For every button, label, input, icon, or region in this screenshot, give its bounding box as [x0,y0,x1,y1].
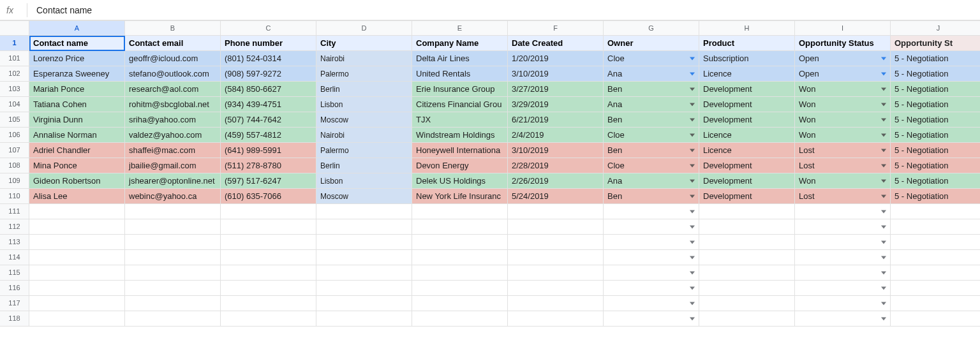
chevron-down-icon[interactable] [881,256,886,259]
cell-company[interactable]: New York Life Insuranc [412,189,508,204]
cell-city[interactable]: Berlin [316,158,412,173]
empty-cell[interactable] [125,250,221,265]
col-header-G[interactable]: G [604,20,699,36]
empty-cell[interactable] [316,296,412,311]
chevron-down-icon[interactable] [690,302,695,305]
row-header-104[interactable]: 104 [0,97,29,112]
header-contact_name[interactable]: Contact name [29,36,125,51]
cell-owner[interactable]: Cloe [604,128,699,143]
cell-owner[interactable]: Ana [604,66,699,82]
empty-cell[interactable] [412,235,508,250]
cell-date[interactable]: 1/20/2019 [508,51,604,66]
cell-name[interactable]: Tatiana Cohen [29,97,125,112]
row-header-102[interactable]: 102 [0,66,29,82]
cell-owner[interactable]: Ben [604,112,699,128]
chevron-down-icon[interactable] [881,149,886,152]
row-header-101[interactable]: 101 [0,51,29,66]
empty-cell[interactable] [316,204,412,219]
empty-cell[interactable] [221,296,316,311]
empty-cell[interactable] [125,311,221,327]
empty-cell[interactable] [125,219,221,235]
empty-cell[interactable] [412,265,508,281]
empty-cell[interactable] [316,311,412,327]
cell-company[interactable]: Citizens Financial Grou [412,97,508,112]
cell-city[interactable]: Palermo [316,66,412,82]
cell-owner[interactable]: Ana [604,173,699,189]
chevron-down-icon[interactable] [690,271,695,274]
empty-cell[interactable] [891,296,980,311]
cell-owner[interactable]: Ben [604,82,699,97]
empty-cell[interactable] [29,235,125,250]
empty-cell[interactable] [221,219,316,235]
row-header-107[interactable]: 107 [0,143,29,158]
cell-name[interactable]: Alisa Lee [29,189,125,204]
cell-name[interactable]: Esperanza Sweeney [29,66,125,82]
cell-status[interactable]: Open [795,51,891,66]
empty-cell[interactable] [316,250,412,265]
cell-status[interactable]: Lost [795,158,891,173]
empty-cell[interactable] [699,296,795,311]
empty-cell[interactable] [508,296,604,311]
cell-name[interactable]: Adriel Chandler [29,143,125,158]
cell-stage[interactable]: 5 - Negotiation [891,189,980,204]
chevron-down-icon[interactable] [881,240,886,244]
cell-city[interactable]: Lisbon [316,173,412,189]
row-header-113[interactable]: 113 [0,235,29,250]
cell-status[interactable]: Open [795,66,891,82]
cell-status[interactable]: Won [795,128,891,143]
chevron-down-icon[interactable] [881,133,886,136]
chevron-down-icon[interactable] [690,240,695,244]
chevron-down-icon[interactable] [881,72,886,75]
cell-email[interactable]: geoffr@icloud.com [125,51,221,66]
cell-owner[interactable]: Ana [604,97,699,112]
cell-status[interactable]: Won [795,112,891,128]
empty-cell[interactable] [508,235,604,250]
chevron-down-icon[interactable] [690,164,695,167]
chevron-down-icon[interactable] [881,118,886,121]
cell-status[interactable]: Won [795,82,891,97]
chevron-down-icon[interactable] [690,225,695,228]
row-header-106[interactable]: 106 [0,128,29,143]
empty-cell[interactable] [125,296,221,311]
empty-cell[interactable] [316,235,412,250]
cell-product[interactable]: Development [699,158,795,173]
header-owner[interactable]: Owner [604,36,699,51]
chevron-down-icon[interactable] [690,149,695,152]
header-opp_status[interactable]: Opportunity Status [795,36,891,51]
cell-phone[interactable]: (801) 524-0314 [221,51,316,66]
header-opp_stage[interactable]: Opportunity St [891,36,980,51]
chevron-down-icon[interactable] [690,87,695,91]
cell-status[interactable]: Lost [795,143,891,158]
empty-cell[interactable] [29,281,125,296]
empty-cell[interactable] [412,219,508,235]
empty-cell[interactable] [29,219,125,235]
cell-city[interactable]: Moscow [316,112,412,128]
empty-cell[interactable] [125,281,221,296]
chevron-down-icon[interactable] [690,103,695,106]
empty-cell[interactable] [891,204,980,219]
col-header-D[interactable]: D [316,20,412,36]
empty-cell[interactable] [891,235,980,250]
empty-cell[interactable] [795,265,891,281]
col-header-F[interactable]: F [508,20,604,36]
empty-cell[interactable] [795,204,891,219]
cell-date[interactable]: 2/4/2019 [508,128,604,143]
chevron-down-icon[interactable] [881,271,886,274]
empty-cell[interactable] [508,219,604,235]
cell-status[interactable]: Won [795,173,891,189]
cell-phone[interactable]: (507) 744-7642 [221,112,316,128]
cell-phone[interactable]: (459) 557-4812 [221,128,316,143]
empty-cell[interactable] [699,311,795,327]
row-header-115[interactable]: 115 [0,265,29,281]
cell-name[interactable]: Mariah Ponce [29,82,125,97]
cell-email[interactable]: webinc@yahoo.ca [125,189,221,204]
chevron-down-icon[interactable] [690,72,695,75]
row-header-109[interactable]: 109 [0,173,29,189]
empty-cell[interactable] [221,311,316,327]
empty-cell[interactable] [412,281,508,296]
cell-product[interactable]: Development [699,97,795,112]
row-header-108[interactable]: 108 [0,158,29,173]
header-product[interactable]: Product [699,36,795,51]
header-date[interactable]: Date Created [508,36,604,51]
cell-city[interactable]: Moscow [316,189,412,204]
